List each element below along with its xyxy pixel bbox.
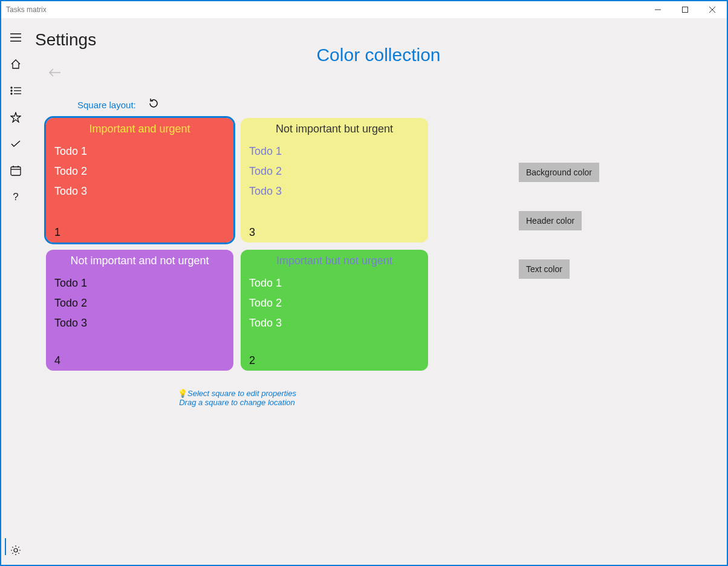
text-color-button[interactable]: Text color (519, 259, 570, 279)
reset-layout-icon[interactable] (148, 98, 159, 112)
square-item: Todo 3 (249, 317, 420, 330)
square-number: 1 (54, 226, 60, 239)
color-buttons: Background color Header color Text color (519, 163, 599, 279)
background-color-button[interactable]: Background color (519, 163, 599, 182)
star-icon[interactable] (8, 110, 23, 125)
square-item: Todo 2 (54, 165, 225, 178)
square-item: Todo 2 (249, 165, 420, 178)
list-icon[interactable] (8, 83, 23, 98)
hint-line-1: Select square to edit properties (187, 389, 296, 398)
square-item: Todo 1 (249, 145, 420, 158)
square-4[interactable]: Not important and not urgentTodo 1Todo 2… (46, 250, 233, 371)
help-icon[interactable]: ? (8, 190, 23, 204)
square-item: Todo 2 (54, 297, 225, 310)
square-2[interactable]: Important but not urgentTodo 1Todo 2Todo… (241, 250, 428, 371)
square-item: Todo 3 (54, 185, 225, 198)
square-title: Not important but urgent (249, 123, 420, 135)
bulb-icon: 💡 (178, 389, 187, 398)
square-item: Todo 2 (249, 297, 420, 310)
window-controls (644, 1, 726, 18)
square-number: 3 (249, 226, 255, 239)
hamburger-icon[interactable] (8, 30, 23, 45)
squares-grid: Important and urgentTodo 1Todo 2Todo 31N… (46, 118, 428, 371)
square-item: Todo 3 (249, 185, 420, 198)
page-title: Color collection (30, 45, 727, 65)
main-pane: Settings Color collection Square layout:… (30, 18, 727, 565)
close-button[interactable] (698, 1, 726, 18)
square-3[interactable]: Not important but urgentTodo 1Todo 2Todo… (241, 118, 428, 242)
hint-line-2: Drag a square to change location (46, 398, 428, 407)
square-item: Todo 1 (54, 145, 225, 158)
svg-rect-1 (682, 7, 687, 13)
square-title: Important but not urgent (249, 255, 420, 267)
square-number: 4 (54, 354, 60, 367)
square-item: Todo 1 (249, 277, 420, 290)
calendar-icon[interactable] (8, 163, 23, 178)
nav-rail: ? (1, 18, 30, 565)
square-number: 2 (249, 354, 255, 367)
square-item: Todo 3 (54, 317, 225, 330)
title-bar: Tasks matrix (0, 0, 728, 18)
client-area: ? Settings Color collection Square layou… (0, 18, 728, 566)
svg-rect-13 (11, 167, 21, 175)
maximize-button[interactable] (671, 1, 698, 18)
window-title: Tasks matrix (6, 5, 47, 14)
hints: 💡Select square to edit properties Drag a… (46, 389, 428, 407)
svg-point-17 (14, 548, 18, 552)
gear-icon[interactable] (8, 543, 23, 558)
layout-label: Square layout: (77, 100, 136, 110)
svg-point-7 (11, 87, 12, 88)
square-1[interactable]: Important and urgentTodo 1Todo 2Todo 31 (46, 118, 233, 242)
svg-point-9 (11, 90, 12, 91)
rail-active-indicator (5, 538, 6, 555)
square-title: Important and urgent (54, 123, 225, 135)
square-item: Todo 1 (54, 277, 225, 290)
square-title: Not important and not urgent (54, 255, 225, 267)
home-icon[interactable] (8, 57, 23, 71)
header-color-button[interactable]: Header color (519, 211, 582, 230)
svg-point-11 (11, 93, 12, 94)
check-icon[interactable] (8, 137, 23, 151)
minimize-button[interactable] (644, 1, 671, 18)
back-arrow-icon[interactable] (48, 68, 62, 80)
